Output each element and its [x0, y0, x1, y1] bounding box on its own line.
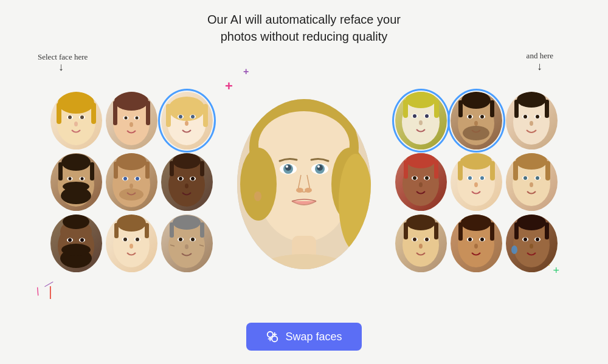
- svg-point-65: [61, 244, 91, 256]
- deco-cross-1: +: [225, 78, 233, 94]
- svg-point-67: [68, 238, 72, 242]
- right-face-8[interactable]: [451, 215, 502, 272]
- svg-rect-166: [513, 161, 518, 180]
- left-face-8[interactable]: [106, 215, 157, 272]
- svg-point-159: [468, 176, 472, 180]
- left-face-7[interactable]: [50, 215, 102, 272]
- svg-point-19: [130, 122, 133, 127]
- svg-rect-146: [404, 160, 408, 179]
- svg-rect-136: [514, 100, 519, 118]
- svg-point-12: [114, 92, 148, 111]
- right-face-5[interactable]: [451, 153, 502, 211]
- svg-rect-84: [200, 222, 204, 238]
- svg-point-86: [179, 238, 182, 241]
- svg-point-59: [191, 177, 195, 180]
- svg-point-109: [305, 188, 312, 193]
- svg-point-35: [63, 182, 89, 191]
- svg-point-145: [406, 153, 435, 168]
- svg-rect-22: [166, 104, 171, 127]
- svg-rect-157: [490, 161, 495, 180]
- svg-point-27: [191, 115, 195, 118]
- left-face-9[interactable]: [161, 215, 213, 272]
- right-row-2: [395, 153, 558, 211]
- svg-rect-147: [434, 160, 438, 179]
- svg-point-102: [285, 165, 291, 171]
- svg-rect-55: [200, 161, 204, 176]
- left-face-5[interactable]: [106, 153, 157, 211]
- right-face-3[interactable]: [506, 92, 558, 149]
- svg-rect-43: [114, 162, 118, 179]
- headline: Our AI will automatically reface your ph…: [207, 11, 401, 45]
- swap-button-wrap: Swap faces: [246, 323, 361, 351]
- svg-rect-187: [490, 222, 494, 241]
- svg-point-205: [272, 336, 278, 342]
- left-face-3[interactable]: [161, 92, 213, 149]
- svg-point-202: [536, 238, 539, 241]
- svg-point-200: [523, 238, 527, 241]
- svg-point-99: [254, 191, 261, 201]
- right-face-7[interactable]: [395, 215, 447, 272]
- left-face-2[interactable]: [106, 92, 157, 149]
- svg-point-63: [63, 215, 89, 229]
- left-face-panel: [50, 92, 213, 276]
- svg-point-108: [296, 188, 303, 193]
- svg-rect-54: [170, 161, 174, 176]
- svg-point-155: [460, 153, 492, 170]
- swap-faces-button[interactable]: Swap faces: [246, 323, 361, 351]
- svg-point-79: [130, 244, 133, 249]
- svg-point-124: [461, 92, 491, 109]
- left-face-6[interactable]: [161, 153, 213, 211]
- left-face-1[interactable]: [50, 92, 102, 149]
- svg-point-198: [511, 246, 517, 254]
- svg-point-171: [536, 176, 539, 180]
- svg-point-189: [468, 238, 472, 241]
- svg-point-28: [185, 121, 188, 126]
- right-face-2[interactable]: [451, 92, 502, 149]
- svg-point-132: [474, 121, 478, 126]
- svg-point-204: [268, 332, 273, 337]
- deco-line-2: /: [35, 286, 42, 298]
- left-face-4[interactable]: [50, 153, 102, 211]
- svg-rect-3: [57, 103, 61, 124]
- svg-point-37: [69, 177, 72, 180]
- svg-point-135: [517, 92, 546, 108]
- right-face-9[interactable]: [506, 215, 558, 272]
- svg-point-172: [530, 182, 533, 187]
- left-arrow-icon: ↓: [58, 61, 64, 74]
- svg-rect-73: [114, 223, 119, 238]
- svg-rect-4: [91, 103, 96, 124]
- svg-point-142: [530, 121, 533, 126]
- svg-point-88: [191, 238, 195, 241]
- svg-point-82: [173, 215, 201, 230]
- left-row-2: [50, 153, 213, 211]
- svg-point-25: [179, 115, 182, 118]
- svg-rect-126: [490, 100, 494, 117]
- svg-point-78: [136, 238, 139, 241]
- main-container: Our AI will automatically reface your ph…: [0, 0, 608, 364]
- svg-point-89: [185, 244, 188, 249]
- svg-point-96: [240, 148, 277, 221]
- svg-point-161: [480, 176, 484, 180]
- svg-point-129: [468, 115, 472, 118]
- svg-point-48: [136, 177, 139, 180]
- svg-rect-116: [434, 100, 439, 118]
- svg-point-175: [406, 215, 435, 230]
- svg-rect-83: [170, 222, 174, 238]
- right-face-1[interactable]: [395, 92, 447, 149]
- svg-point-121: [419, 120, 423, 125]
- svg-point-2: [58, 92, 94, 114]
- right-face-6[interactable]: [506, 153, 558, 211]
- svg-rect-176: [404, 222, 408, 239]
- svg-point-57: [179, 177, 182, 180]
- svg-rect-186: [458, 222, 463, 241]
- svg-point-42: [116, 153, 147, 170]
- svg-point-195: [517, 215, 546, 230]
- svg-point-191: [480, 238, 484, 241]
- svg-rect-177: [434, 222, 438, 239]
- left-row-1: [50, 92, 213, 149]
- svg-point-141: [536, 115, 539, 118]
- headline-line1: Our AI will automatically reface your: [207, 13, 401, 26]
- svg-point-152: [419, 182, 423, 187]
- right-face-4[interactable]: [395, 153, 447, 211]
- svg-point-192: [474, 244, 478, 249]
